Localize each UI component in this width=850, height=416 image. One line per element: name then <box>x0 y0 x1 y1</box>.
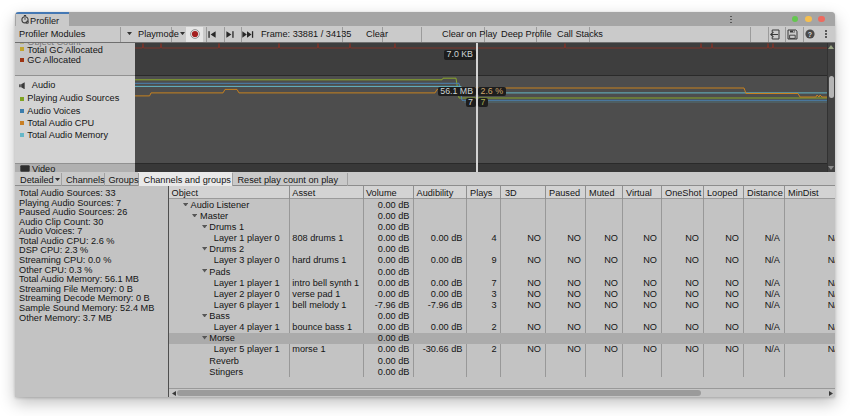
svg-text:?: ? <box>807 31 811 38</box>
